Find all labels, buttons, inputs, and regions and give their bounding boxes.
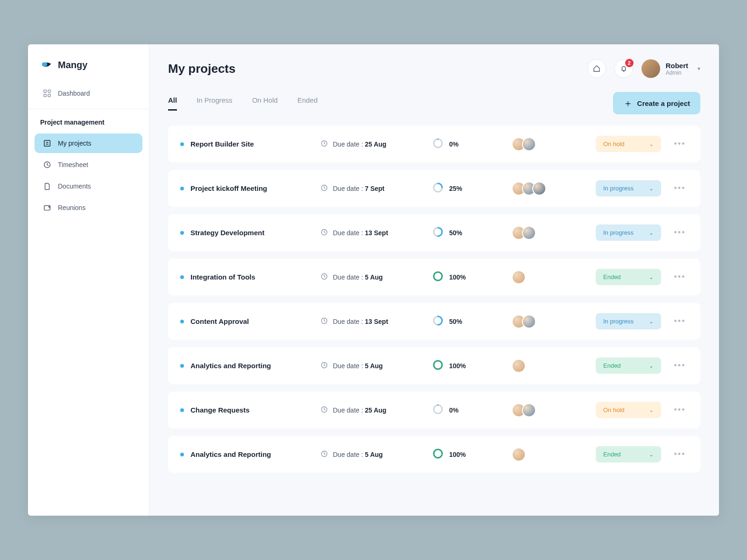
logo: Mangy <box>28 58 149 82</box>
progress-ring-icon <box>432 404 444 417</box>
sidebar-item-reunions[interactable]: Reunions <box>35 198 142 217</box>
tab-all[interactable]: All <box>168 96 177 111</box>
project-row[interactable]: Analytics and Reporting Due date : 5 Aug… <box>168 436 700 473</box>
project-name-cell: Change Requests <box>180 406 311 414</box>
brand-name: Mangy <box>58 60 87 70</box>
status-dropdown[interactable]: On hold ⌄ <box>596 136 661 152</box>
nav-icon <box>43 182 51 190</box>
due-date-cell: Due date : 25 Aug <box>320 406 423 415</box>
status-dropdown[interactable]: In progress ⌄ <box>596 180 661 196</box>
svg-point-20 <box>434 272 442 280</box>
topbar: My projects 2 Robert A <box>168 59 700 78</box>
due-date-text: Due date : 13 Sept <box>333 229 388 237</box>
user-role: Admin <box>666 70 688 76</box>
status-dropdown[interactable]: Ended ⌄ <box>596 269 661 285</box>
tabs: AllIn ProgressOn HoldEnded <box>168 96 317 111</box>
status-dropdown[interactable]: Ended ⌄ <box>596 357 661 374</box>
sidebar: Mangy Dashboard Project management My pr… <box>28 44 149 516</box>
project-row[interactable]: Analytics and Reporting Due date : 5 Aug… <box>168 347 700 384</box>
nav-icon <box>43 139 51 147</box>
clock-icon <box>320 184 328 193</box>
progress-percent: 50% <box>449 318 462 325</box>
home-button[interactable] <box>587 59 606 78</box>
status-dropdown[interactable]: In progress ⌄ <box>596 313 661 329</box>
notifications-button[interactable]: 2 <box>614 59 633 78</box>
progress-cell: 50% <box>432 226 502 239</box>
progress-cell: 100% <box>432 359 502 372</box>
status-dropdown[interactable]: In progress ⌄ <box>596 224 661 241</box>
tabs-row: AllIn ProgressOn HoldEnded ＋ Create a pr… <box>168 92 700 114</box>
project-row[interactable]: Project kickoff Meeting Due date : 7 Sep… <box>168 170 700 207</box>
more-button[interactable]: ••• <box>670 361 689 371</box>
project-row[interactable]: Content Approval Due date : 13 Sept 50% … <box>168 303 700 340</box>
bullet-icon <box>180 275 184 279</box>
due-date-cell: Due date : 7 Sept <box>320 184 423 193</box>
tab-ended[interactable]: Ended <box>297 96 317 111</box>
user-menu[interactable]: Robert Admin ▾ <box>641 59 700 78</box>
due-date-cell: Due date : 13 Sept <box>320 317 423 326</box>
tab-in-progress[interactable]: In Progress <box>197 96 233 111</box>
assignees <box>512 403 586 417</box>
avatar <box>522 403 536 417</box>
svg-point-28 <box>434 405 442 413</box>
svg-rect-2 <box>48 90 50 92</box>
svg-point-0 <box>42 62 48 66</box>
more-button[interactable]: ••• <box>670 449 689 459</box>
progress-cell: 0% <box>432 404 502 417</box>
project-name-cell: Analytics and Reporting <box>180 450 311 458</box>
status-dropdown[interactable]: Ended ⌄ <box>596 446 661 462</box>
progress-percent: 100% <box>449 362 466 370</box>
progress-ring-icon <box>432 359 444 372</box>
project-row[interactable]: Report Builder Site Due date : 25 Aug 0%… <box>168 126 700 162</box>
app-shell: Mangy Dashboard Project management My pr… <box>28 44 719 516</box>
status-label: Ended <box>603 451 621 458</box>
chevron-down-icon: ⌄ <box>649 318 654 325</box>
more-button[interactable]: ••• <box>670 139 689 149</box>
more-button[interactable]: ••• <box>670 272 689 282</box>
sidebar-item-label: Documents <box>58 182 91 190</box>
due-date-text: Due date : 13 Sept <box>333 318 388 325</box>
avatar <box>641 59 660 78</box>
more-button[interactable]: ••• <box>670 316 689 326</box>
project-title: Content Approval <box>190 317 249 325</box>
progress-percent: 0% <box>449 140 458 148</box>
project-title: Project kickoff Meeting <box>190 184 267 192</box>
project-name-cell: Integration of Tools <box>180 273 311 281</box>
due-date-cell: Due date : 5 Aug <box>320 273 423 282</box>
svg-point-10 <box>434 139 442 147</box>
project-row[interactable]: Strategy Development Due date : 13 Sept … <box>168 214 700 251</box>
project-row[interactable]: Integration of Tools Due date : 5 Aug 10… <box>168 259 700 295</box>
sidebar-item-label: Timesheet <box>58 161 88 168</box>
tab-on-hold[interactable]: On Hold <box>252 96 278 111</box>
project-list: Report Builder Site Due date : 25 Aug 0%… <box>168 126 700 473</box>
svg-point-32 <box>434 449 442 458</box>
more-button[interactable]: ••• <box>670 228 689 238</box>
bullet-icon <box>180 320 184 323</box>
avatar <box>532 182 546 196</box>
avatar <box>522 137 536 151</box>
create-project-button[interactable]: ＋ Create a project <box>613 92 700 114</box>
progress-ring-icon <box>432 226 444 239</box>
status-dropdown[interactable]: On hold ⌄ <box>596 402 661 418</box>
sidebar-item-timesheet[interactable]: Timesheet <box>35 155 142 175</box>
sidebar-item-my-projects[interactable]: My projects <box>35 133 142 153</box>
more-button[interactable]: ••• <box>670 405 689 415</box>
due-date-text: Due date : 25 Aug <box>333 406 387 414</box>
svg-rect-1 <box>44 90 46 92</box>
sidebar-item-documents[interactable]: Documents <box>35 176 142 196</box>
create-button-label: Create a project <box>637 99 690 107</box>
progress-percent: 50% <box>449 229 462 237</box>
progress-percent: 0% <box>449 406 458 414</box>
project-row[interactable]: Change Requests Due date : 25 Aug 0% On … <box>168 392 700 428</box>
svg-point-26 <box>434 361 442 369</box>
avatar <box>522 226 536 240</box>
progress-cell: 100% <box>432 271 502 284</box>
clock-icon <box>320 140 328 149</box>
more-button[interactable]: ••• <box>670 183 689 193</box>
dashboard-icon <box>43 89 51 98</box>
nav-icon <box>43 203 51 212</box>
status-label: Ended <box>603 273 621 280</box>
bullet-icon <box>180 364 184 368</box>
project-name-cell: Project kickoff Meeting <box>180 184 311 192</box>
sidebar-item-dashboard[interactable]: Dashboard <box>35 84 142 103</box>
